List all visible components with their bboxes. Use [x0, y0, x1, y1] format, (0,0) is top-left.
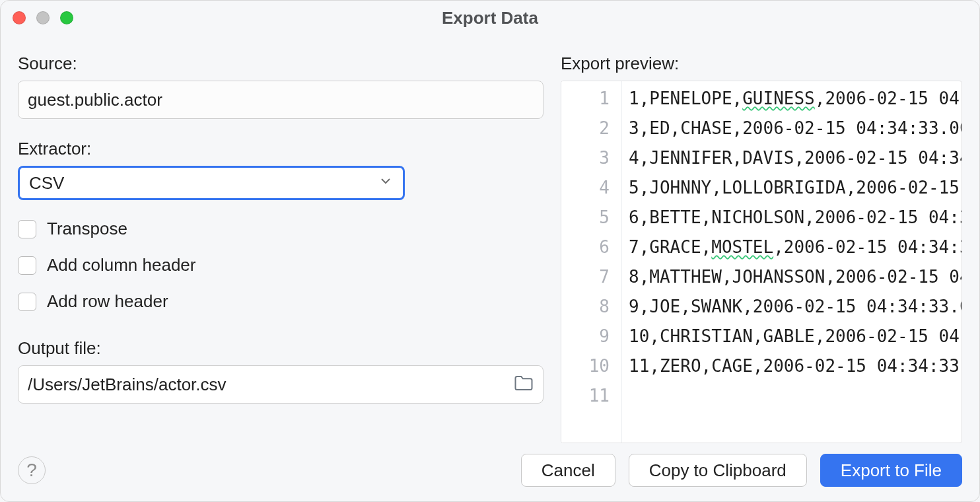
extractor-value: CSV	[29, 173, 64, 194]
preview-box[interactable]: 1234567891011 1,PENELOPE,GUINESS,2006-02…	[561, 81, 962, 443]
titlebar: Export Data	[1, 1, 979, 35]
dialog-content: Source: guest.public.actor Extractor: CS…	[1, 35, 979, 450]
output-file-label: Output file:	[18, 338, 543, 359]
source-label: Source:	[18, 54, 543, 74]
copy-to-clipboard-button[interactable]: Copy to Clipboard	[629, 454, 807, 487]
output-file-value: /Users/JetBrains/actor.csv	[28, 375, 227, 395]
chevron-down-icon	[378, 173, 394, 194]
preview-line: 1,PENELOPE,GUINESS,2006-02-15 04:	[629, 84, 962, 114]
gutter-line-number: 7	[561, 262, 610, 292]
source-field[interactable]: guest.public.actor	[18, 81, 543, 119]
preview-gutter: 1234567891011	[561, 81, 622, 443]
dialog-footer: ? Cancel Copy to Clipboard Export to Fil…	[1, 450, 979, 501]
window-title: Export Data	[1, 8, 979, 28]
preview-label: Export preview:	[561, 54, 962, 74]
transpose-label: Transpose	[47, 219, 127, 239]
zoom-window-button[interactable]	[60, 11, 73, 24]
gutter-line-number: 2	[561, 114, 610, 143]
preview-line: 11,ZERO,CAGE,2006-02-15 04:34:33.	[629, 351, 962, 381]
gutter-line-number: 4	[561, 173, 610, 203]
help-button[interactable]: ?	[18, 456, 46, 484]
gutter-line-number: 3	[561, 143, 610, 173]
gutter-line-number: 9	[561, 322, 610, 351]
form-pane: Source: guest.public.actor Extractor: CS…	[18, 54, 543, 443]
preview-line: 8,MATTHEW,JOHANSSON,2006-02-15 04	[629, 262, 962, 292]
gutter-line-number: 11	[561, 381, 610, 411]
preview-pane: Export preview: 1234567891011 1,PENELOPE…	[561, 54, 962, 443]
close-window-button[interactable]	[13, 11, 26, 24]
extractor-label: Extractor:	[18, 139, 543, 159]
output-file-field[interactable]: /Users/JetBrains/actor.csv	[18, 365, 543, 404]
cancel-button[interactable]: Cancel	[521, 454, 615, 487]
preview-line: 10,CHRISTIAN,GABLE,2006-02-15 04:	[629, 322, 962, 351]
source-value: guest.public.actor	[28, 90, 162, 110]
transpose-checkbox[interactable]	[18, 220, 36, 238]
preview-line: 9,JOE,SWANK,2006-02-15 04:34:33.0	[629, 292, 962, 322]
add-column-header-label: Add column header	[47, 255, 195, 275]
gutter-line-number: 5	[561, 203, 610, 233]
preview-line: 6,BETTE,NICHOLSON,2006-02-15 04:3	[629, 203, 962, 233]
preview-code: 1,PENELOPE,GUINESS,2006-02-15 04:3,ED,CH…	[622, 81, 962, 443]
gutter-line-number: 10	[561, 351, 610, 381]
preview-line	[629, 381, 962, 411]
preview-line: 3,ED,CHASE,2006-02-15 04:34:33.00	[629, 114, 962, 143]
extractor-select[interactable]: CSV	[18, 166, 405, 200]
gutter-line-number: 6	[561, 233, 610, 262]
export-to-file-button[interactable]: Export to File	[820, 454, 962, 487]
add-row-header-checkbox[interactable]	[18, 293, 36, 311]
preview-line: 4,JENNIFER,DAVIS,2006-02-15 04:34	[629, 143, 962, 173]
add-column-header-checkbox[interactable]	[18, 256, 36, 275]
gutter-line-number: 8	[561, 292, 610, 322]
traffic-lights	[13, 11, 73, 24]
preview-line: 7,GRACE,MOSTEL,2006-02-15 04:34:3	[629, 233, 962, 262]
folder-icon[interactable]	[514, 375, 534, 394]
gutter-line-number: 1	[561, 84, 610, 114]
preview-line: 5,JOHNNY,LOLLOBRIGIDA,2006-02-15	[629, 173, 962, 203]
add-row-header-label: Add row header	[47, 291, 168, 312]
help-icon: ?	[26, 460, 37, 481]
minimize-window-button[interactable]	[36, 11, 50, 24]
